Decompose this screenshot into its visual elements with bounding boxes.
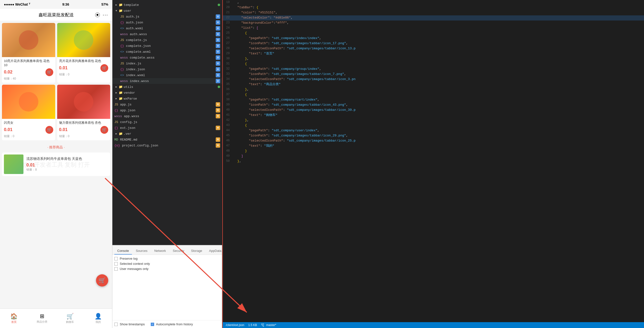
list-item[interactable]: {o} project.config.json M [112, 143, 222, 148]
list-item[interactable]: MD README.md M [112, 137, 222, 143]
record-btn[interactable]: ● [95, 12, 100, 17]
user-messages-checkbox[interactable] [114, 267, 118, 271]
chevron-right-icon: ▶ [114, 91, 118, 95]
branch-name: master* [266, 323, 276, 327]
show-timestamps-checkbox[interactable] [114, 323, 118, 326]
line-number: 36 [223, 87, 232, 92]
tab-sources[interactable]: Sources [133, 248, 150, 255]
code-line: 47 "text": "我的" [223, 143, 644, 149]
list-item[interactable]: <> complete.wxml U [112, 49, 222, 55]
list-item[interactable]: {} auth.json U [112, 19, 222, 25]
add-to-cart-btn[interactable]: 🛒 [46, 126, 53, 134]
list-item[interactable]: {} app.json M [112, 107, 222, 113]
rec-info: 流苏物语系列时尚牛皮单肩包 天蓝色 0.01 销量：8 [26, 157, 108, 172]
product-info: 10亮片花卉系列典雅单肩包 花色10 0.02 🛒 销量：40 [2, 57, 55, 83]
line-number: 35 [223, 82, 232, 87]
add-to-cart-btn[interactable]: 🛒 [100, 64, 108, 72]
tab-storage[interactable]: Storage [188, 248, 205, 255]
list-item[interactable]: JS index.js U [112, 60, 222, 66]
list-item[interactable]: JS auth.js U [112, 14, 222, 19]
list-item[interactable]: ▶ 📁 utils [112, 84, 222, 90]
line-content: { [232, 92, 644, 97]
list-item[interactable]: wxss complete.wxss U [112, 55, 222, 60]
line-number: 29 [223, 51, 232, 56]
code-line: 36 }, [223, 87, 644, 92]
line-content: "pagePath": "sdt_company/cart/index", [232, 97, 644, 102]
line-number: 39 [223, 102, 232, 108]
list-item[interactable]: ▶ 📁 vendor [112, 90, 222, 96]
tree-label: complete.wxml [125, 50, 215, 54]
list-item[interactable]: ▼ 📁 user [112, 8, 222, 14]
line-number: 31 [223, 61, 232, 67]
tree-label: index.js [125, 62, 215, 65]
tree-label: app.js [119, 103, 215, 106]
list-item[interactable]: ▶ 📁 .ver [112, 131, 222, 137]
js-icon: JS [120, 15, 124, 18]
tab-console[interactable]: Console [114, 248, 132, 255]
line-content: , [232, 0, 644, 5]
preserve-log-checkbox[interactable] [114, 257, 118, 260]
list-item[interactable]: <> index.wxml U [112, 72, 222, 78]
line-content: { [232, 31, 644, 36]
tree-label: project.config.json [121, 144, 215, 147]
list-item[interactable]: wxss index.wxss U [112, 78, 222, 84]
list-item[interactable]: {} complete.json U [112, 43, 222, 49]
line-content: "list": [ [232, 26, 644, 31]
js-icon: JS [120, 38, 124, 42]
tab-appdata[interactable]: AppData [206, 248, 224, 255]
line-content: "selectedIconPath": "sdt_company/images/… [232, 77, 644, 82]
list-item[interactable]: wxss auth.wxss U [112, 31, 222, 37]
list-item[interactable]: {} index.json U [112, 66, 222, 72]
folder-icon: 📁 [119, 91, 123, 95]
line-number: 34 [223, 77, 232, 82]
chevron-right-icon: ▶ [114, 3, 118, 7]
add-to-cart-btn[interactable]: 🛒 [100, 126, 108, 134]
tab-me[interactable]: 👤 我的 [84, 310, 112, 327]
tree-label: auth.wxml [125, 26, 215, 30]
autocomplete-checkbox[interactable]: ✓ [151, 323, 154, 326]
me-icon: 👤 [94, 313, 102, 320]
line-content: "backgroundColor":"#fff", [232, 20, 644, 26]
add-to-cart-btn[interactable]: 🛒 [46, 68, 53, 76]
list-item[interactable]: JS complete.js U [112, 37, 222, 43]
tree-label: template [124, 3, 218, 7]
tree-label: .ver [124, 132, 220, 136]
tree-label: app.wxss [123, 114, 215, 118]
cart-icon: 🛒 [47, 127, 52, 132]
line-content: { [232, 61, 644, 67]
code-line: 46 "selectedIconPath": "sdt_company/imag… [223, 138, 644, 143]
badge-m: M [216, 137, 220, 142]
file-size: 1.5 KB [248, 323, 257, 327]
line-number: 48 [223, 149, 232, 154]
tree-label: auth.wxss [129, 32, 215, 36]
product-name: 10亮片花卉系列典雅单肩包 花色10 [4, 59, 53, 67]
list-item[interactable]: JS app.js M [112, 101, 222, 107]
tree-label: utils [124, 85, 218, 89]
list-item[interactable]: wxss app.wxss M [112, 113, 222, 119]
list-item[interactable]: JS config.js [112, 119, 222, 125]
line-content: "iconPath": "sdt_company/images/tabbar/i… [232, 72, 644, 77]
chevron-right-icon: ▶ [114, 97, 118, 100]
line-number: 26 [223, 36, 232, 41]
line-content: "iconPath": "sdt_company/images/tabbar/i… [232, 41, 644, 46]
tab-home[interactable]: 🏠 首页 [0, 310, 28, 327]
list-item[interactable]: ▶ 📁 wxParse [112, 96, 222, 101]
badge-u: U [216, 26, 220, 30]
tab-security[interactable]: Security [170, 248, 187, 255]
line-number: 27 [223, 41, 232, 46]
user-messages-label: User messages only [120, 267, 148, 271]
tab-cart[interactable]: 🛒 购物车 [56, 310, 84, 327]
list-item[interactable]: ▶ 📁 template [112, 2, 222, 8]
tab-category[interactable]: ⊞ 商品分类 [28, 310, 56, 327]
selected-context-checkbox[interactable] [114, 262, 118, 266]
list-item[interactable]: {} ext.json M [112, 125, 222, 131]
phone-tab-bar: 🏠 首页 ⊞ 商品分类 🛒 购物车 👤 我的 [0, 309, 112, 328]
product-price-row: 0.01 🛒 [59, 126, 108, 134]
svg-line-4 [262, 325, 263, 326]
product-price: 0.01 [59, 127, 68, 132]
tab-network[interactable]: Network [151, 248, 169, 255]
json-icon: {} [120, 44, 124, 48]
list-item[interactable]: <> auth.wxml U [112, 25, 222, 31]
code-line: 26 "pagePath": "sdt_company/index/index"… [223, 36, 644, 41]
float-cart-btn[interactable]: 🛒 [96, 274, 108, 287]
